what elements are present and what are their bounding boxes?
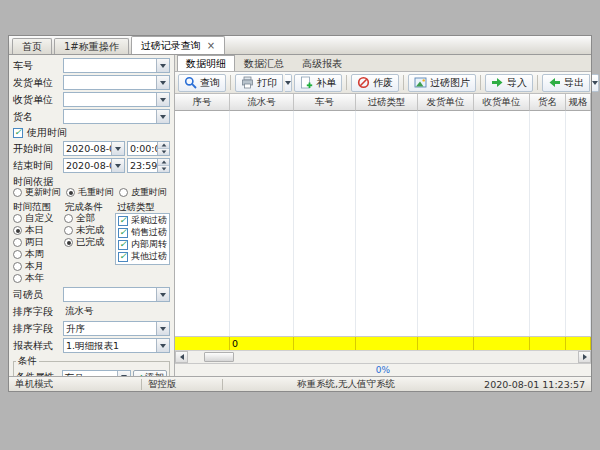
checkbox-type-internal[interactable]: 内部周转 [118,239,167,250]
close-tab-icon[interactable]: × [205,40,215,51]
shipper-combo[interactable] [63,75,170,90]
start-time-spinner[interactable]: 0:00:00 [127,141,170,156]
filter-groups: 自定义 本日 两日 本周 本月 本年 全部 未完成 已完成 采购过磅 销 [13,213,170,285]
toolbar-separator [480,75,481,90]
shipper-label: 发货单位 [13,76,63,90]
goods-filter-row: 货名 [13,109,170,124]
document-tabbar: 首页 1#称重操作 过磅记录查询 × [9,36,591,55]
goods-combo[interactable] [63,109,170,124]
checkbox-type-sale[interactable]: 销售过磅 [118,227,167,238]
export-dropdown-button[interactable] [592,74,599,92]
screen: 首页 1#称重操作 过磅记录查询 × 车号 发货单位 收货单位 [0,0,600,450]
radio-complete-all[interactable]: 全部 [64,213,115,224]
spin-down-icon[interactable] [158,149,169,155]
vehicle-filter-row: 车号 [13,58,170,73]
radio-complete-done[interactable]: 已完成 [64,237,115,248]
grid-body-empty [175,111,591,336]
spin-up-icon[interactable] [158,142,169,149]
end-time-spinner[interactable]: 23:59:59 [127,158,170,173]
column-header[interactable]: 收货单位 [474,94,530,111]
sort-order-combo[interactable]: 升序 [63,321,170,336]
toolbar: 查询 打印 补单 作废 [175,72,591,94]
spin-up-icon[interactable] [158,159,169,166]
checkbox-type-other[interactable]: 其他过磅 [118,251,167,262]
sort-order-row: 排序字段 升序 [13,321,170,336]
content: 车号 发货单位 收货单位 货名 使用时间 [9,55,591,376]
tab-data-summary[interactable]: 数据汇总 [235,56,293,71]
column-header[interactable]: 过磅类型 [356,94,418,111]
end-time-label: 结束时间 [13,159,63,173]
status-edition: 智控版 [142,378,222,391]
summary-row: 0 [175,336,591,350]
export-button[interactable]: 导出 [542,74,590,92]
column-header[interactable]: 车号 [294,94,356,111]
summary-count: 0 [230,337,294,350]
query-button[interactable]: 查询 [178,74,226,92]
vehicle-combo[interactable] [63,58,170,73]
spin-down-icon[interactable] [158,166,169,172]
tab-home[interactable]: 首页 [12,38,52,54]
import-button[interactable]: 导入 [485,74,533,92]
document-plus-icon [300,76,313,89]
column-header[interactable]: 序号 [175,94,230,111]
end-time-row: 结束时间 2020-08-01 23:59:59 [13,158,170,173]
tab-home-label: 首页 [22,40,42,54]
weigh-images-button[interactable]: 过磅图片 [408,74,476,92]
weigher-label: 司磅员 [13,288,63,302]
column-header[interactable]: 规格 [566,94,591,111]
chevron-down-icon [156,59,169,72]
scrollbar-track[interactable] [188,351,578,363]
condition-group-label: 条件 [16,355,39,368]
condition-attr-row: 条件属性 车号 +添加 [16,369,167,376]
radio-range-custom[interactable]: 自定义 [13,213,64,224]
start-time-row: 开始时间 2020-08-01 0:00:00 [13,141,170,156]
scroll-left-button[interactable] [175,351,188,363]
time-basis-options: 更新时间 毛重时间 皮重时间 [13,187,170,199]
weigher-combo[interactable] [63,287,170,302]
radio-range-twodays[interactable]: 两日 [13,237,64,248]
tab-weigh-record-query[interactable]: 过磅记录查询 × [131,36,225,54]
print-button[interactable]: 打印 [235,74,283,92]
radio-complete-not[interactable]: 未完成 [64,225,115,236]
radio-gross-time[interactable]: 毛重时间 [66,187,114,198]
radio-range-year[interactable]: 本年 [13,273,64,284]
view-tabs: 数据明细 数据汇总 高级报表 [175,55,591,72]
weigh-type-options: 采购过磅 销售过磅 内部周转 其他过磅 [115,213,170,265]
void-button[interactable]: 作废 [351,74,399,92]
report-style-combo[interactable]: 1.明细报表1 [63,338,170,353]
tab-data-detail[interactable]: 数据明细 [177,55,235,71]
void-icon [357,76,370,89]
tab-weigh-operation[interactable]: 1#称重操作 [54,38,129,54]
column-header[interactable]: 货名 [530,94,566,111]
use-time-checkbox[interactable] [13,128,23,138]
scrollbar-thumb[interactable] [204,352,234,362]
radio-range-month[interactable]: 本月 [13,261,64,272]
tab-weigh-operation-label: 1#称重操作 [64,40,119,54]
radio-tare-time[interactable]: 皮重时间 [119,187,167,198]
scroll-right-button[interactable] [578,351,591,363]
print-dropdown-button[interactable] [285,74,292,92]
tab-advanced-report[interactable]: 高级报表 [293,56,351,71]
horizontal-scrollbar[interactable] [175,350,591,363]
use-time-checkbox-row[interactable]: 使用时间 [13,126,170,139]
receiver-filter-row: 收货单位 [13,92,170,107]
radio-update-time[interactable]: 更新时间 [13,187,61,198]
radio-range-week[interactable]: 本周 [13,249,64,260]
chevron-down-icon [156,322,169,335]
supplement-button[interactable]: 补单 [294,74,342,92]
calendar-dropdown-icon [111,159,124,172]
import-arrow-icon [491,76,504,89]
end-date-picker[interactable]: 2020-08-01 [63,158,125,173]
start-date-picker[interactable]: 2020-08-01 [63,141,125,156]
use-time-label: 使用时间 [27,126,67,140]
status-datetime: 2020-08-01 11:23:57 [469,379,591,390]
chevron-down-icon [285,81,291,85]
checkbox-type-purchase[interactable]: 采购过磅 [118,215,167,226]
grid-header: 序号 流水号 车号 过磅类型 发货单位 收货单位 货名 规格 [175,94,591,111]
column-header[interactable]: 流水号 [230,94,294,111]
receiver-combo[interactable] [63,92,170,107]
column-header[interactable]: 发货单位 [418,94,474,111]
goods-label: 货名 [13,110,63,124]
weigh-type-label: 过磅类型 [117,201,170,213]
radio-range-today[interactable]: 本日 [13,225,64,236]
